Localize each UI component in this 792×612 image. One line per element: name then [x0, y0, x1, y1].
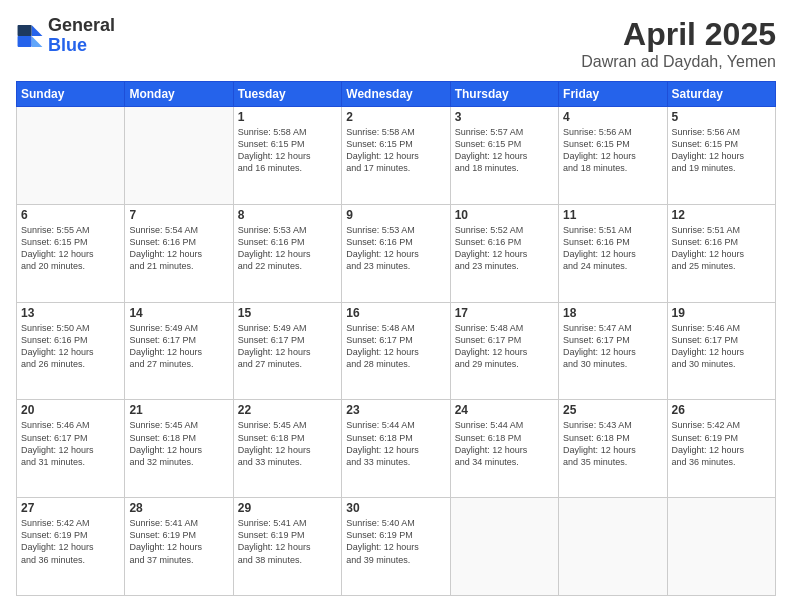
day-info: Sunrise: 5:40 AMSunset: 6:19 PMDaylight:…: [346, 517, 445, 566]
calendar-week-row: 13Sunrise: 5:50 AMSunset: 6:16 PMDayligh…: [17, 302, 776, 400]
calendar-week-row: 1Sunrise: 5:58 AMSunset: 6:15 PMDaylight…: [17, 107, 776, 205]
calendar-header-row: Sunday Monday Tuesday Wednesday Thursday…: [17, 82, 776, 107]
day-number: 14: [129, 306, 228, 320]
svg-rect-3: [18, 36, 32, 47]
logo-general-text: General: [48, 16, 115, 36]
day-info: Sunrise: 5:51 AMSunset: 6:16 PMDaylight:…: [563, 224, 662, 273]
calendar-week-row: 27Sunrise: 5:42 AMSunset: 6:19 PMDayligh…: [17, 498, 776, 596]
logo: General Blue: [16, 16, 115, 56]
day-info: Sunrise: 5:52 AMSunset: 6:16 PMDaylight:…: [455, 224, 554, 273]
calendar-week-row: 6Sunrise: 5:55 AMSunset: 6:15 PMDaylight…: [17, 204, 776, 302]
table-row: 24Sunrise: 5:44 AMSunset: 6:18 PMDayligh…: [450, 400, 558, 498]
table-row: [667, 498, 775, 596]
col-sunday: Sunday: [17, 82, 125, 107]
day-info: Sunrise: 5:48 AMSunset: 6:17 PMDaylight:…: [455, 322, 554, 371]
day-number: 3: [455, 110, 554, 124]
day-number: 8: [238, 208, 337, 222]
day-number: 12: [672, 208, 771, 222]
day-info: Sunrise: 5:46 AMSunset: 6:17 PMDaylight:…: [21, 419, 120, 468]
calendar-table: Sunday Monday Tuesday Wednesday Thursday…: [16, 81, 776, 596]
day-info: Sunrise: 5:42 AMSunset: 6:19 PMDaylight:…: [672, 419, 771, 468]
day-number: 11: [563, 208, 662, 222]
table-row: 9Sunrise: 5:53 AMSunset: 6:16 PMDaylight…: [342, 204, 450, 302]
day-number: 17: [455, 306, 554, 320]
table-row: 22Sunrise: 5:45 AMSunset: 6:18 PMDayligh…: [233, 400, 341, 498]
day-info: Sunrise: 5:50 AMSunset: 6:16 PMDaylight:…: [21, 322, 120, 371]
table-row: 12Sunrise: 5:51 AMSunset: 6:16 PMDayligh…: [667, 204, 775, 302]
day-number: 18: [563, 306, 662, 320]
day-info: Sunrise: 5:45 AMSunset: 6:18 PMDaylight:…: [129, 419, 228, 468]
table-row: 6Sunrise: 5:55 AMSunset: 6:15 PMDaylight…: [17, 204, 125, 302]
day-number: 29: [238, 501, 337, 515]
calendar-week-row: 20Sunrise: 5:46 AMSunset: 6:17 PMDayligh…: [17, 400, 776, 498]
table-row: 8Sunrise: 5:53 AMSunset: 6:16 PMDaylight…: [233, 204, 341, 302]
logo-blue-text: Blue: [48, 36, 115, 56]
day-info: Sunrise: 5:41 AMSunset: 6:19 PMDaylight:…: [238, 517, 337, 566]
day-number: 5: [672, 110, 771, 124]
day-info: Sunrise: 5:58 AMSunset: 6:15 PMDaylight:…: [346, 126, 445, 175]
table-row: [559, 498, 667, 596]
day-info: Sunrise: 5:41 AMSunset: 6:19 PMDaylight:…: [129, 517, 228, 566]
day-info: Sunrise: 5:44 AMSunset: 6:18 PMDaylight:…: [455, 419, 554, 468]
day-number: 25: [563, 403, 662, 417]
day-number: 23: [346, 403, 445, 417]
table-row: 11Sunrise: 5:51 AMSunset: 6:16 PMDayligh…: [559, 204, 667, 302]
table-row: 26Sunrise: 5:42 AMSunset: 6:19 PMDayligh…: [667, 400, 775, 498]
table-row: 30Sunrise: 5:40 AMSunset: 6:19 PMDayligh…: [342, 498, 450, 596]
day-info: Sunrise: 5:51 AMSunset: 6:16 PMDaylight:…: [672, 224, 771, 273]
day-number: 6: [21, 208, 120, 222]
svg-rect-2: [18, 25, 32, 36]
table-row: 18Sunrise: 5:47 AMSunset: 6:17 PMDayligh…: [559, 302, 667, 400]
day-number: 21: [129, 403, 228, 417]
day-info: Sunrise: 5:55 AMSunset: 6:15 PMDaylight:…: [21, 224, 120, 273]
day-info: Sunrise: 5:53 AMSunset: 6:16 PMDaylight:…: [238, 224, 337, 273]
col-thursday: Thursday: [450, 82, 558, 107]
day-info: Sunrise: 5:46 AMSunset: 6:17 PMDaylight:…: [672, 322, 771, 371]
day-number: 2: [346, 110, 445, 124]
day-info: Sunrise: 5:47 AMSunset: 6:17 PMDaylight:…: [563, 322, 662, 371]
table-row: 27Sunrise: 5:42 AMSunset: 6:19 PMDayligh…: [17, 498, 125, 596]
table-row: 19Sunrise: 5:46 AMSunset: 6:17 PMDayligh…: [667, 302, 775, 400]
day-info: Sunrise: 5:43 AMSunset: 6:18 PMDaylight:…: [563, 419, 662, 468]
table-row: 20Sunrise: 5:46 AMSunset: 6:17 PMDayligh…: [17, 400, 125, 498]
table-row: 13Sunrise: 5:50 AMSunset: 6:16 PMDayligh…: [17, 302, 125, 400]
page: General Blue April 2025 Dawran ad Daydah…: [0, 0, 792, 612]
day-info: Sunrise: 5:54 AMSunset: 6:16 PMDaylight:…: [129, 224, 228, 273]
table-row: 16Sunrise: 5:48 AMSunset: 6:17 PMDayligh…: [342, 302, 450, 400]
title-block: April 2025 Dawran ad Daydah, Yemen: [581, 16, 776, 71]
table-row: [450, 498, 558, 596]
day-number: 20: [21, 403, 120, 417]
table-row: 2Sunrise: 5:58 AMSunset: 6:15 PMDaylight…: [342, 107, 450, 205]
day-number: 9: [346, 208, 445, 222]
day-info: Sunrise: 5:57 AMSunset: 6:15 PMDaylight:…: [455, 126, 554, 175]
day-info: Sunrise: 5:42 AMSunset: 6:19 PMDaylight:…: [21, 517, 120, 566]
table-row: 28Sunrise: 5:41 AMSunset: 6:19 PMDayligh…: [125, 498, 233, 596]
table-row: [125, 107, 233, 205]
day-number: 15: [238, 306, 337, 320]
table-row: 3Sunrise: 5:57 AMSunset: 6:15 PMDaylight…: [450, 107, 558, 205]
day-number: 27: [21, 501, 120, 515]
table-row: 1Sunrise: 5:58 AMSunset: 6:15 PMDaylight…: [233, 107, 341, 205]
day-number: 28: [129, 501, 228, 515]
col-friday: Friday: [559, 82, 667, 107]
day-number: 24: [455, 403, 554, 417]
day-number: 4: [563, 110, 662, 124]
day-number: 1: [238, 110, 337, 124]
table-row: 23Sunrise: 5:44 AMSunset: 6:18 PMDayligh…: [342, 400, 450, 498]
table-row: 4Sunrise: 5:56 AMSunset: 6:15 PMDaylight…: [559, 107, 667, 205]
day-info: Sunrise: 5:56 AMSunset: 6:15 PMDaylight:…: [672, 126, 771, 175]
svg-marker-1: [32, 36, 43, 47]
day-info: Sunrise: 5:48 AMSunset: 6:17 PMDaylight:…: [346, 322, 445, 371]
logo-icon: [16, 22, 44, 50]
col-saturday: Saturday: [667, 82, 775, 107]
day-info: Sunrise: 5:58 AMSunset: 6:15 PMDaylight:…: [238, 126, 337, 175]
svg-marker-0: [32, 25, 43, 36]
table-row: 10Sunrise: 5:52 AMSunset: 6:16 PMDayligh…: [450, 204, 558, 302]
logo-text: General Blue: [48, 16, 115, 56]
day-number: 13: [21, 306, 120, 320]
table-row: [17, 107, 125, 205]
day-number: 19: [672, 306, 771, 320]
day-number: 26: [672, 403, 771, 417]
table-row: 7Sunrise: 5:54 AMSunset: 6:16 PMDaylight…: [125, 204, 233, 302]
table-row: 15Sunrise: 5:49 AMSunset: 6:17 PMDayligh…: [233, 302, 341, 400]
